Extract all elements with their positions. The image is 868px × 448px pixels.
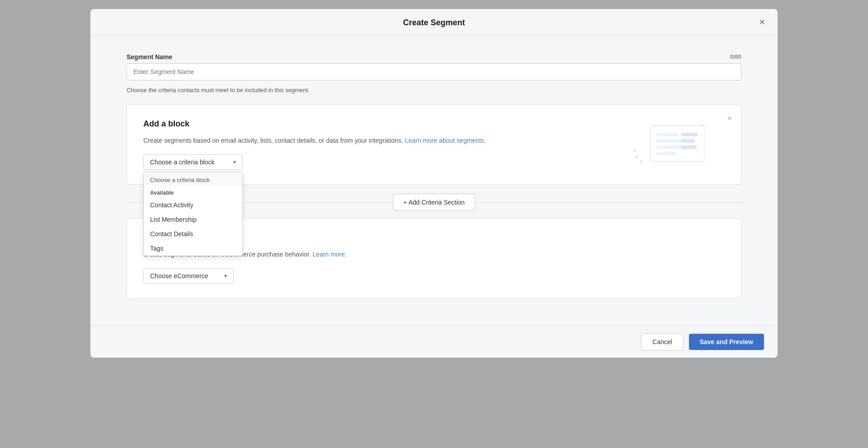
svg-rect-9 [656, 145, 683, 149]
dropdown-item-contact-activity[interactable]: Contact Activity [144, 198, 242, 212]
learn-more-ecommerce-link[interactable]: Learn more. [312, 251, 346, 258]
modal-close-button[interactable]: × [757, 15, 767, 29]
svg-rect-7 [656, 133, 679, 136]
learn-more-link[interactable]: Learn more about segments. [405, 137, 486, 144]
criteria-dropdown-label: Choose a criteria block [150, 159, 214, 166]
segment-name-label: Segment Name 0/80 [127, 53, 741, 61]
modal-footer: Cancel Save and Preview [90, 326, 778, 358]
segment-name-counter: 0/80 [730, 53, 741, 60]
dropdown-item-list-membership[interactable]: List Membership [144, 212, 242, 227]
svg-rect-11 [681, 133, 698, 136]
svg-rect-10 [656, 152, 676, 155]
svg-point-0 [636, 156, 638, 159]
ecommerce-chevron-icon: ▾ [224, 273, 227, 279]
create-segment-modal: Create Segment × Segment Name 0/80 Choos… [90, 9, 778, 358]
dropdown-menu-header: Choose a criteria block [144, 172, 242, 186]
segment-name-input[interactable] [127, 63, 741, 80]
add-criteria-section-button[interactable]: + Add Criteria Section [393, 194, 475, 211]
ecommerce-dropdown-label: Choose eCommerce [150, 272, 208, 280]
modal-header: Create Segment × [90, 9, 778, 35]
criteria-dropdown-menu: Choose a criteria block Available Contac… [143, 172, 243, 256]
modal-overlay: Create Segment × Segment Name 0/80 Choos… [0, 0, 868, 448]
svg-rect-13 [681, 145, 697, 149]
modal-body: Segment Name 0/80 Choose the criteria co… [90, 35, 778, 326]
dropdown-item-tags[interactable]: Tags [144, 241, 242, 256]
modal-title: Create Segment [403, 18, 465, 28]
svg-point-2 [633, 149, 636, 152]
ecommerce-dropdown[interactable]: Choose eCommerce ▾ [143, 268, 234, 284]
dropdown-item-contact-details[interactable]: Contact Details [144, 227, 242, 241]
svg-rect-12 [681, 139, 695, 143]
svg-point-1 [640, 160, 643, 163]
block-1-close-button[interactable]: × [727, 114, 732, 123]
chevron-down-icon: ▾ [233, 159, 236, 165]
save-preview-button[interactable]: Save and Preview [689, 334, 764, 350]
dropdown-available-label: Available [144, 186, 242, 198]
block-1-card: Add a block Create segments based on ema… [127, 104, 741, 185]
criteria-dropdown-wrapper: Choose a criteria block ▾ Choose a crite… [143, 154, 243, 170]
helper-text: Choose the criteria contacts must meet t… [127, 87, 741, 93]
block-illustration [632, 121, 705, 168]
block-1-title: Add a block [143, 119, 189, 129]
criteria-block-dropdown[interactable]: Choose a criteria block ▾ [143, 154, 243, 170]
svg-rect-6 [651, 126, 705, 162]
cancel-button[interactable]: Cancel [641, 333, 684, 350]
segment-name-section: Segment Name 0/80 [127, 53, 741, 80]
block-1-header-row: Add a block Create segments based on ema… [143, 119, 725, 170]
divider-line-right [475, 202, 741, 203]
